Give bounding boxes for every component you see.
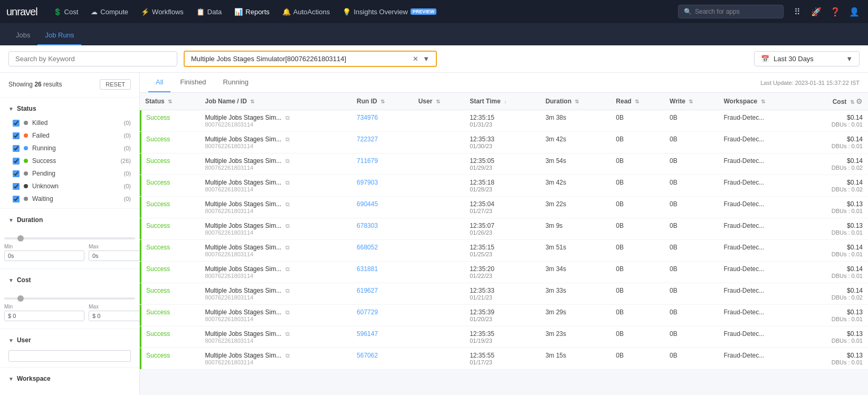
cell-status: Success [140, 132, 199, 153]
start-time-sort-icon[interactable]: ↓ [504, 99, 507, 104]
reset-filter-button[interactable]: RESET [100, 79, 131, 90]
copy-job-name-icon[interactable]: ⧉ [285, 223, 290, 229]
cost-slider[interactable] [4, 297, 135, 300]
user-filter-input[interactable] [8, 350, 131, 362]
copy-job-name-icon[interactable]: ⧉ [285, 244, 290, 251]
app-selector-clear-button[interactable]: ✕ [413, 55, 418, 63]
nav-cost[interactable]: 💲 Cost [48, 5, 84, 19]
copy-job-name-icon[interactable]: ⧉ [285, 266, 290, 272]
running-checkbox[interactable] [13, 145, 20, 152]
column-settings-button[interactable]: ⚙ [856, 97, 863, 105]
status-section-header[interactable]: ▼ Status [0, 101, 139, 117]
run-id-link[interactable]: 596147 [357, 330, 378, 338]
duration-section-header[interactable]: ▼ Duration [0, 212, 139, 228]
failed-checkbox[interactable] [13, 132, 20, 139]
run-id-link[interactable]: 668052 [357, 244, 378, 251]
copy-job-name-icon[interactable]: ⧉ [285, 287, 290, 294]
workspace-sort-icon[interactable]: ⇅ [761, 99, 765, 104]
cell-workspace: Fraud-Detec... [718, 283, 801, 305]
table-row: Success Multiple Jobs Stages Sim... ⧉ 80… [140, 132, 868, 153]
copy-job-name-icon[interactable]: ⧉ [285, 352, 290, 359]
job-name-sort-icon[interactable]: ⇅ [250, 99, 254, 104]
copy-job-name-icon[interactable]: ⧉ [285, 201, 290, 207]
cost-section-header[interactable]: ▼ Cost [0, 272, 139, 288]
cell-run-id: 607729 [351, 305, 413, 326]
waiting-checkbox[interactable] [13, 196, 20, 203]
duration-max-input[interactable] [89, 251, 140, 261]
app-selector-dropdown[interactable]: Multiple Jobs Stages Simulator[800762261… [184, 51, 437, 67]
run-id-link[interactable]: 631881 [357, 265, 378, 273]
user-sort-icon[interactable]: ⇅ [436, 99, 440, 104]
date-range-selector[interactable]: 📅 Last 30 Days ▼ [754, 51, 860, 66]
keyword-search-input[interactable] [8, 51, 177, 66]
run-id-link[interactable]: 722327 [357, 136, 378, 143]
cell-run-id: 596147 [351, 326, 413, 348]
cost-sort-icon[interactable]: ⇅ [850, 99, 854, 105]
success-checkbox[interactable] [13, 158, 20, 165]
status-sort-icon[interactable]: ⇅ [168, 99, 172, 104]
compute-icon: ☁ [91, 8, 98, 16]
cell-run-id: 668052 [351, 240, 413, 262]
nav-reports[interactable]: 📊 Reports [229, 5, 275, 19]
cost-max-input[interactable] [89, 311, 140, 321]
user-icon[interactable]: 👤 [847, 4, 862, 19]
run-id-link[interactable]: 678303 [357, 222, 378, 229]
run-id-sort-icon[interactable]: ⇅ [380, 99, 385, 104]
duration-min-input[interactable] [4, 251, 84, 261]
workspace-chevron-icon: ▼ [8, 376, 14, 382]
run-id-link[interactable]: 690445 [357, 200, 378, 208]
run-id-link[interactable]: 711679 [357, 157, 378, 165]
copy-job-name-icon[interactable]: ⧉ [285, 331, 290, 337]
tab-finished[interactable]: Finished [173, 73, 213, 92]
nav-data[interactable]: 📋 Data [191, 5, 227, 19]
cell-run-id: 722327 [351, 132, 413, 153]
workspace-section-header[interactable]: ▼ Workspace [0, 371, 139, 387]
divider-5 [0, 367, 139, 368]
copy-job-name-icon[interactable]: ⧉ [285, 179, 290, 186]
cell-start-time: 12:35:18 01/28/23 [464, 175, 540, 197]
user-section-header[interactable]: ▼ User [0, 332, 139, 348]
rocket-icon[interactable]: 🚀 [809, 4, 824, 19]
copy-job-name-icon[interactable]: ⧉ [285, 114, 290, 121]
cell-status: Success [140, 326, 199, 348]
cost-handle[interactable] [17, 295, 24, 302]
nav-insights[interactable]: 💡 Insights Overview PREVIEW [337, 5, 442, 19]
cell-start-time: 12:35:35 01/19/23 [464, 326, 540, 348]
data-table: Status ⇅ Job Name / ID ⇅ Run ID ⇅ User [140, 93, 868, 395]
run-id-link[interactable]: 607729 [357, 309, 378, 316]
tab-running[interactable]: Running [216, 73, 256, 92]
copy-job-name-icon[interactable]: ⧉ [285, 158, 290, 164]
run-id-link[interactable]: 619627 [357, 287, 378, 294]
run-id-link[interactable]: 734976 [357, 114, 378, 121]
run-id-link[interactable]: 567062 [357, 352, 378, 359]
copy-job-name-icon[interactable]: ⧉ [285, 136, 290, 142]
cell-cost: $0.14 DBUs : 0.01 [801, 132, 868, 153]
apps-grid-icon[interactable]: ⠿ [790, 4, 805, 19]
tab-jobs[interactable]: Jobs [8, 26, 37, 45]
copy-job-name-icon[interactable]: ⧉ [285, 309, 290, 315]
nav-workflows[interactable]: ⚡ Workflows [136, 5, 189, 19]
cell-write: 0B [664, 348, 718, 370]
cell-start-time: 12:35:15 01/31/23 [464, 110, 540, 132]
cell-read: 0B [611, 110, 664, 132]
write-sort-icon[interactable]: ⇅ [689, 99, 693, 104]
status-value: Success [146, 200, 170, 208]
help-icon[interactable]: ❓ [828, 4, 843, 19]
col-run-id: Run ID ⇅ [351, 93, 413, 110]
duration-handle[interactable] [17, 235, 24, 242]
killed-checkbox[interactable] [13, 120, 20, 127]
tab-job-runs[interactable]: Job Runs [37, 26, 81, 45]
read-sort-icon[interactable]: ⇅ [635, 99, 639, 104]
nav-autoactions[interactable]: 🔔 AutoActions [277, 5, 335, 19]
pending-checkbox[interactable] [13, 170, 20, 177]
duration-slider[interactable] [4, 237, 135, 239]
tab-all[interactable]: All [148, 73, 170, 92]
sidebar-header: Showing 26 results RESET [0, 73, 139, 94]
failed-dot [24, 133, 28, 138]
unknown-checkbox[interactable] [13, 183, 20, 190]
nav-compute[interactable]: ☁ Compute [85, 5, 133, 19]
run-id-link[interactable]: 697903 [357, 179, 378, 186]
duration-sort-icon[interactable]: ⇅ [575, 99, 579, 104]
cost-min-input[interactable] [4, 311, 84, 321]
global-search[interactable]: 🔍 Search for apps [678, 5, 784, 18]
